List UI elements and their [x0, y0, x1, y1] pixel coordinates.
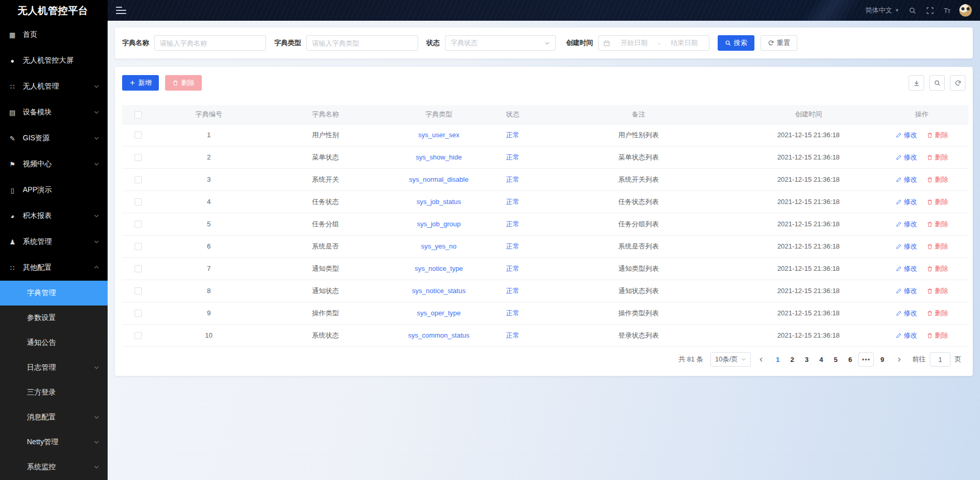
sidebar-item-10[interactable]: ∷其他配置 [0, 255, 108, 281]
trash-icon [927, 266, 933, 272]
submenu-item-1[interactable]: 字典管理 [0, 281, 108, 306]
dict-type-link[interactable]: sys_normal_disable [409, 176, 469, 183]
reset-button[interactable]: 重置 [761, 35, 797, 51]
delete-link[interactable]: 删除 [927, 175, 948, 184]
sidebar-item-2[interactable]: ●无人机管控大屏 [0, 48, 108, 74]
download-icon[interactable] [909, 75, 924, 91]
delete-link[interactable]: 删除 [927, 197, 948, 207]
delete-button[interactable]: 删除 [165, 75, 202, 91]
page-number-6[interactable]: 6 [844, 352, 856, 367]
sidebar-item-label: 积木报表 [23, 211, 94, 221]
dict-type-link[interactable]: sys_show_hide [416, 153, 462, 161]
dict-type-link[interactable]: sys_notice_type [414, 265, 463, 272]
sidebar-item-1[interactable]: ▦首页 [0, 22, 108, 48]
search-toggle-icon[interactable] [929, 75, 945, 91]
refresh-icon[interactable] [950, 75, 966, 91]
status-badge: 正常 [506, 242, 519, 250]
submenu-item-6[interactable]: 消息配置 [0, 405, 108, 430]
font-size-icon[interactable]: Tт [944, 7, 950, 14]
select-all-checkbox[interactable] [135, 111, 142, 119]
sidebar-item-9[interactable]: ♟系统管理 [0, 229, 108, 255]
dict-type-link[interactable]: sys_notice_status [412, 287, 465, 295]
edit-link[interactable]: 修改 [896, 197, 917, 207]
submenu-item-5[interactable]: 三方登录 [0, 380, 108, 405]
sidebar-item-4[interactable]: ▤设备模块 [0, 99, 108, 125]
sidebar-item-5[interactable]: ✎GIS资源 [0, 125, 108, 151]
dict-name-input[interactable] [154, 35, 266, 51]
row-checkbox[interactable] [135, 132, 142, 139]
dict-type-link[interactable]: sys_yes_no [421, 242, 457, 250]
cell-dict-name: 系统状态 [312, 331, 339, 339]
delete-link[interactable]: 删除 [927, 220, 948, 229]
add-button[interactable]: 新增 [122, 75, 159, 91]
edit-link[interactable]: 修改 [896, 130, 917, 140]
cell-created-time: 2021-12-15 21:36:18 [777, 265, 840, 272]
sidebar-item-3[interactable]: ∷无人机管理 [0, 74, 108, 99]
delete-link[interactable]: 删除 [927, 130, 948, 140]
page-number-1[interactable]: 1 [771, 352, 784, 367]
search-icon[interactable] [909, 6, 917, 14]
edit-link[interactable]: 修改 [896, 153, 917, 162]
search-button[interactable]: 搜索 [718, 35, 754, 51]
status-select[interactable]: 字典状态 [445, 35, 556, 51]
edit-link[interactable]: 修改 [896, 242, 917, 251]
submenu-item-label: 消息配置 [27, 413, 94, 422]
row-checkbox[interactable] [135, 243, 142, 250]
fullscreen-icon[interactable] [926, 6, 934, 14]
row-checkbox[interactable] [135, 265, 142, 272]
dict-type-link[interactable]: sys_job_group [417, 220, 461, 228]
delete-link[interactable]: 删除 [927, 264, 948, 273]
page-number-4[interactable]: 4 [815, 352, 827, 367]
sidebar-item-8[interactable]: ◕积木报表 [0, 203, 108, 229]
next-page-button[interactable] [893, 352, 905, 367]
row-checkbox[interactable] [135, 310, 142, 317]
user-avatar[interactable] [959, 4, 972, 17]
prev-page-button[interactable] [755, 352, 767, 367]
language-select[interactable]: 简体中文 ▼ [865, 6, 899, 15]
dict-type-link[interactable]: sys_user_sex [418, 131, 459, 139]
page-number-2[interactable]: 2 [786, 352, 798, 367]
submenu-item-7[interactable]: Netty管理 [0, 430, 108, 455]
page-size-select[interactable]: 10条/页 [710, 352, 751, 367]
edit-link[interactable]: 修改 [896, 331, 917, 340]
dict-type-link[interactable]: sys_oper_type [417, 309, 461, 317]
edit-link[interactable]: 修改 [896, 286, 917, 296]
row-checkbox[interactable] [135, 176, 142, 183]
page-number-5[interactable]: 5 [829, 352, 842, 367]
submenu-item-2[interactable]: 参数设置 [0, 306, 108, 330]
sidebar-item-7[interactable]: ▯APP演示 [0, 177, 108, 203]
edit-link[interactable]: 修改 [896, 309, 917, 318]
row-checkbox[interactable] [135, 287, 142, 295]
page-ellipsis[interactable]: ••• [858, 352, 874, 367]
row-checkbox[interactable] [135, 198, 142, 206]
page-number-9[interactable]: 9 [876, 352, 888, 367]
submenu-item-4[interactable]: 日志管理 [0, 355, 108, 380]
delete-link[interactable]: 删除 [927, 309, 948, 318]
submenu-item-3[interactable]: 通知公告 [0, 330, 108, 355]
pencil-icon [896, 332, 902, 339]
dict-type-link[interactable]: sys_job_status [417, 198, 461, 206]
date-range-picker[interactable]: 开始日期 - 结束日期 [598, 35, 709, 51]
goto-page-input[interactable] [930, 352, 951, 367]
row-checkbox[interactable] [135, 154, 142, 161]
edit-link[interactable]: 修改 [896, 220, 917, 229]
delete-link[interactable]: 删除 [927, 331, 948, 340]
dict-type-link[interactable]: sys_common_status [408, 331, 470, 339]
dict-type-input[interactable] [306, 35, 418, 51]
video-icon: ⚑ [7, 161, 18, 168]
sidebar-item-6[interactable]: ⚑视频中心 [0, 151, 108, 177]
trash-icon [927, 177, 933, 183]
row-checkbox[interactable] [135, 332, 142, 339]
edit-link[interactable]: 修改 [896, 264, 917, 273]
delete-link[interactable]: 删除 [927, 242, 948, 251]
cell-dict-id: 2 [207, 153, 211, 161]
row-checkbox[interactable] [135, 221, 142, 228]
hamburger-icon[interactable] [116, 7, 126, 14]
edit-link[interactable]: 修改 [896, 175, 917, 184]
submenu-item-8[interactable]: 系统监控 [0, 455, 108, 479]
delete-link[interactable]: 删除 [927, 153, 948, 162]
delete-link[interactable]: 删除 [927, 286, 948, 296]
page-number-3[interactable]: 3 [800, 352, 813, 367]
cell-remark: 操作类型列表 [618, 309, 659, 317]
dict-table: 字典编号 字典名称 字典类型 状态 备注 创建时间 操作 1用户性别sys_us… [122, 105, 969, 347]
